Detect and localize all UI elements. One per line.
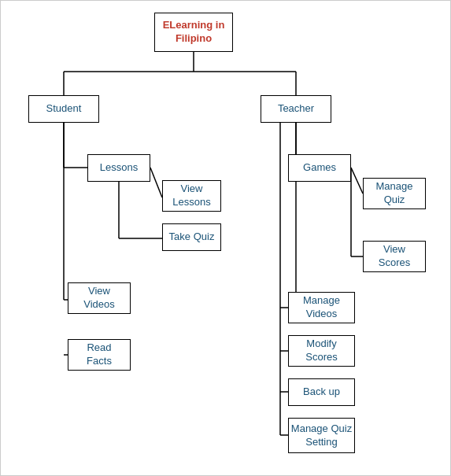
root-node: ELearning in Filipino	[154, 13, 233, 52]
svg-line-14	[351, 168, 363, 194]
take-quiz-node: Take Quiz	[162, 223, 221, 251]
teacher-node: Teacher	[261, 95, 331, 123]
manage-videos-node: Manage Videos	[288, 292, 355, 323]
view-scores-node: View Scores	[363, 241, 426, 272]
manage-quiz-setting-node: Manage Quiz Setting	[288, 418, 355, 453]
view-videos-node: View Videos	[68, 282, 131, 314]
modify-scores-node: Modify Scores	[288, 335, 355, 367]
lessons-node: Lessons	[87, 154, 150, 182]
connector-lines	[1, 1, 451, 476]
back-up-node: Back up	[288, 378, 355, 406]
view-lessons-node: View Lessons	[162, 180, 221, 212]
manage-quiz-node: Manage Quiz	[363, 178, 426, 209]
read-facts-node: Read Facts	[68, 339, 131, 371]
student-node: Student	[28, 95, 99, 123]
svg-line-7	[150, 168, 162, 197]
games-node: Games	[288, 154, 351, 182]
diagram: ELearning in Filipino Student Teacher Le…	[0, 0, 451, 476]
